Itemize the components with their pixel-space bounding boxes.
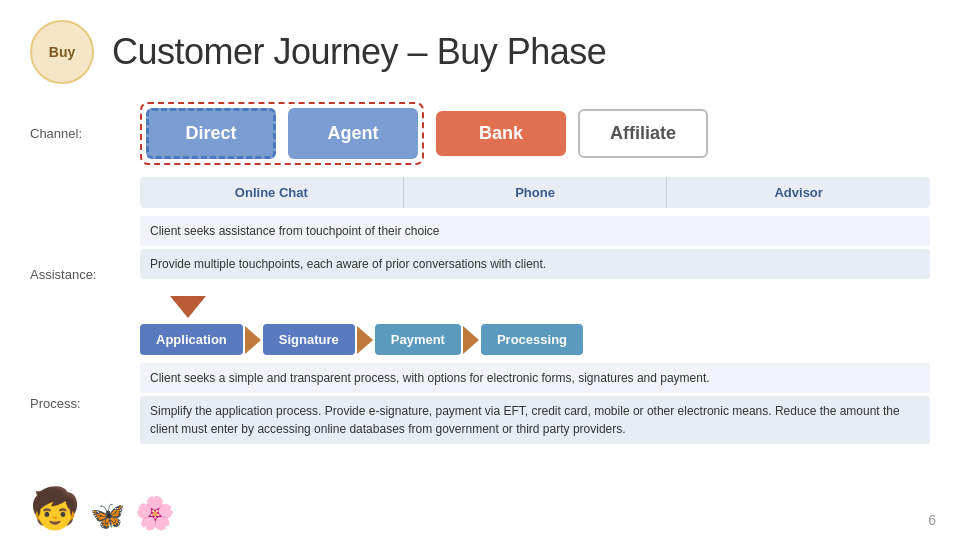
process-row-1: Client seeks a simple and transparent pr… bbox=[140, 363, 930, 393]
dashed-group: Direct Agent bbox=[140, 102, 424, 165]
channel-label: Channel: bbox=[30, 126, 140, 141]
main-content: Channel: Assistance: Process: Direct Age… bbox=[30, 102, 930, 520]
arrow-2-icon bbox=[357, 326, 373, 354]
right-content: Direct Agent Bank Affiliate Online Chat … bbox=[140, 102, 930, 520]
arrow-down-icon bbox=[170, 296, 206, 318]
person-icon: 🧒 bbox=[30, 485, 80, 532]
assistance-section: Client seeks assistance from touchpoint … bbox=[140, 216, 930, 282]
assistance-row-2: Provide multiple touchpoints, each aware… bbox=[140, 249, 930, 279]
decorative-icons: 🧒 🦋 🌸 bbox=[30, 485, 175, 532]
channel-row: Direct Agent Bank Affiliate bbox=[140, 102, 930, 165]
step-signature: Signature bbox=[263, 324, 355, 355]
subchannel-online-chat: Online Chat bbox=[140, 177, 404, 208]
page-title: Customer Journey – Buy Phase bbox=[112, 31, 606, 73]
assistance-label: Assistance: bbox=[30, 267, 140, 282]
subchannel-phone: Phone bbox=[404, 177, 668, 208]
left-labels: Channel: Assistance: Process: bbox=[30, 102, 140, 520]
header: Buy Customer Journey – Buy Phase bbox=[30, 20, 930, 84]
buy-circle: Buy bbox=[30, 20, 94, 84]
process-row-2: Simplify the application process. Provid… bbox=[140, 396, 930, 444]
page: Buy Customer Journey – Buy Phase Channel… bbox=[0, 0, 960, 540]
subchannel-row: Online Chat Phone Advisor bbox=[140, 177, 930, 208]
step-application: Application bbox=[140, 324, 243, 355]
page-number: 6 bbox=[928, 512, 936, 528]
channel-direct-btn[interactable]: Direct bbox=[146, 108, 276, 159]
assistance-row-1: Client seeks assistance from touchpoint … bbox=[140, 216, 930, 246]
subchannel-advisor: Advisor bbox=[667, 177, 930, 208]
channel-affiliate-btn[interactable]: Affiliate bbox=[578, 109, 708, 158]
flower-icon: 🌸 bbox=[135, 494, 175, 532]
arrow-1-icon bbox=[245, 326, 261, 354]
channel-bank-btn[interactable]: Bank bbox=[436, 111, 566, 156]
process-row: Application Signature Payment Processing bbox=[140, 324, 930, 355]
butterfly-icon: 🦋 bbox=[90, 499, 125, 532]
buy-label: Buy bbox=[49, 44, 75, 60]
step-processing: Processing bbox=[481, 324, 583, 355]
process-section: Client seeks a simple and transparent pr… bbox=[140, 363, 930, 447]
step-payment: Payment bbox=[375, 324, 461, 355]
channel-agent-btn[interactable]: Agent bbox=[288, 108, 418, 159]
arrow-3-icon bbox=[463, 326, 479, 354]
process-label: Process: bbox=[30, 396, 140, 411]
